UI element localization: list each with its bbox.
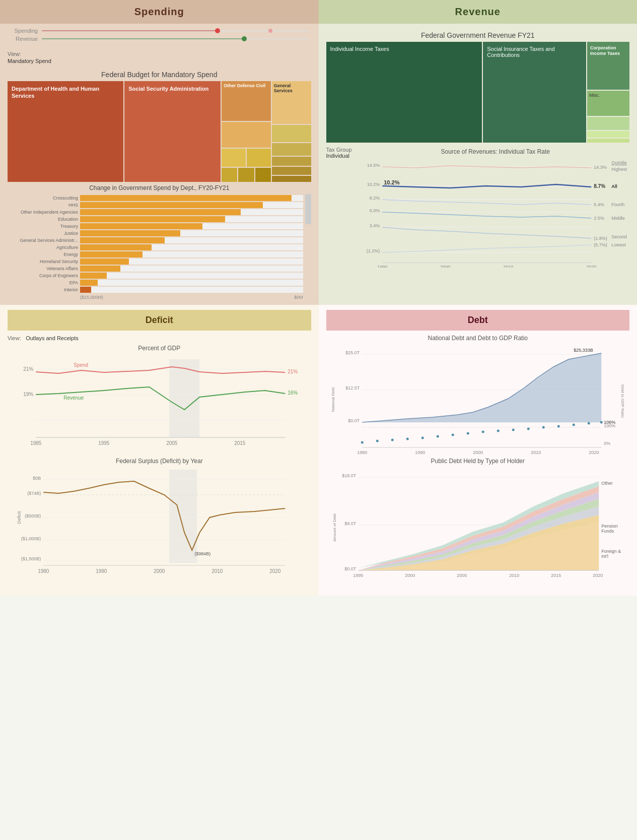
svg-text:($1,000B): ($1,000B)	[21, 536, 41, 541]
bar-agriculture: Agriculture	[8, 244, 303, 250]
line-chart-svg: 14.5% 10.2% 8.2% 6.0% 3.4% (1.2%)	[362, 157, 630, 268]
svg-text:Pension: Pension	[601, 524, 618, 529]
gdp-chart: 21% 19% Spend Revenue 21% 16% 1985	[8, 354, 311, 455]
bar-justice: Justice	[8, 230, 303, 236]
svg-point-79	[376, 440, 378, 442]
svg-text:2000: 2000	[405, 573, 415, 578]
svg-text:All: All	[611, 184, 617, 189]
svg-text:1995: 1995	[353, 573, 363, 578]
line-chart-area: 14.5% 10.2% 8.2% 6.0% 3.4% (1.2%)	[362, 157, 630, 268]
view-label: View:	[8, 51, 51, 57]
gdp-svg: 21% 19% Spend Revenue 21% 16% 1985	[8, 354, 311, 455]
svg-text:(5.7%): (5.7%)	[594, 242, 607, 247]
svg-text:Second: Second	[611, 234, 627, 239]
bar-homeland: Homeland Security	[8, 259, 303, 265]
svg-text:0%: 0%	[604, 441, 610, 446]
svg-point-78	[361, 441, 363, 444]
bar-education: Education	[8, 216, 303, 222]
svg-text:14.5%: 14.5%	[367, 163, 380, 168]
svg-text:Spend: Spend	[74, 362, 88, 368]
svg-point-90	[542, 426, 544, 429]
treemap-ssa: Social Security Administration	[124, 81, 221, 182]
gdp-chart-title: Percent of GDP	[8, 345, 311, 352]
bar-treasury: Treasury	[8, 223, 303, 229]
svg-text:(1.2%): (1.2%)	[366, 248, 380, 253]
bottom-grid: Deficit View: Outlays and Receipts Perce…	[0, 305, 637, 596]
svg-point-84	[451, 434, 454, 436]
svg-text:Lowest: Lowest	[611, 242, 626, 247]
treemap-corp: Corporation Income Taxes	[587, 42, 629, 90]
treemap-small2	[587, 131, 629, 137]
svg-text:1980: 1980	[38, 568, 49, 574]
svg-text:8.2%: 8.2%	[369, 196, 380, 201]
svg-text:($1,500B): ($1,500B)	[21, 556, 41, 561]
bar-x-left: ($15,000M)	[80, 295, 103, 300]
revenue-quadrant: Revenue Federal Government Revenue FY21 …	[319, 0, 638, 305]
svg-text:$25,333B: $25,333B	[574, 348, 593, 353]
svg-text:2005: 2005	[457, 573, 467, 578]
svg-point-89	[527, 428, 529, 430]
treemap-small1	[587, 117, 629, 131]
svg-point-92	[572, 424, 575, 426]
tax-group-panel: Tax Group Individual	[326, 147, 362, 268]
svg-text:14.3%: 14.3%	[594, 165, 607, 170]
debt-quadrant: Debt National Debt and Debt to GDP Ratio…	[319, 305, 638, 596]
treemap-other: Other Defense Civil	[222, 81, 270, 182]
bar-gsa: General Services Administr...	[8, 237, 303, 243]
svg-text:2000: 2000	[473, 450, 483, 455]
svg-text:2015: 2015	[234, 440, 246, 446]
spending-quadrant: Spending Spending Revenue	[0, 0, 319, 305]
svg-text:19%: 19%	[23, 392, 33, 397]
treemap-defense: Other Defense Civil	[222, 81, 270, 121]
revenue-track	[42, 38, 309, 39]
svg-point-81	[406, 438, 408, 440]
svg-text:21%: 21%	[288, 369, 298, 374]
svg-text:$9.0T: $9.0T	[344, 521, 357, 526]
holder-svg: Amount of Debt $18.0T $9.0T $0.0T	[326, 467, 630, 588]
svg-text:3.4%: 3.4%	[369, 223, 380, 228]
surplus-chart: $0B ($74B) ($500B) ($1,000B) ($1,500B) D…	[8, 467, 311, 578]
svg-text:2010: 2010	[211, 568, 223, 574]
bar-crosscutting: Crosscutting	[8, 195, 303, 201]
svg-text:16%: 16%	[288, 390, 298, 396]
spending-track	[42, 30, 309, 31]
svg-text:Debt to GDP Ratio: Debt to GDP Ratio	[620, 384, 625, 418]
svg-text:Other: Other	[601, 481, 613, 486]
svg-text:Quintile: Quintile	[611, 160, 627, 165]
svg-text:8.7%: 8.7%	[594, 183, 605, 189]
svg-text:Fourth: Fourth	[611, 202, 624, 207]
bar-epa: EPA	[8, 280, 303, 286]
svg-text:2020: 2020	[593, 573, 603, 578]
nat-debt-chart: National Debt $25.0T $12.5T $0.0T Debt t…	[326, 344, 630, 455]
svg-text:Deficit: Deficit	[17, 511, 22, 524]
svg-text:Funds: Funds	[601, 529, 614, 534]
svg-text:2.5%: 2.5%	[594, 216, 604, 221]
svg-text:(1.8%): (1.8%)	[594, 236, 607, 241]
bar-veterans: Veterans Affairs	[8, 266, 303, 272]
svg-text:1980: 1980	[357, 450, 367, 455]
deficit-view: View: Outlays and Receipts	[8, 333, 311, 342]
svg-point-91	[557, 425, 559, 428]
bar-interior: Interior	[8, 287, 303, 293]
svg-text:10.2%: 10.2%	[367, 182, 380, 187]
treemap-social: Social Insurance Taxes and Contributions	[483, 42, 586, 143]
nat-debt-title: National Debt and Debt to GDP Ratio	[326, 335, 630, 342]
view-value: Mandatory Spend	[8, 58, 51, 64]
svg-text:2020: 2020	[589, 450, 599, 455]
scrollbar[interactable]	[305, 194, 311, 224]
bar-chart-container: Crosscutting HHS Other Independent Agenc…	[8, 194, 311, 300]
svg-text:2020: 2020	[586, 265, 596, 268]
bar-energy: Energy	[8, 251, 303, 257]
svg-text:6.0%: 6.0%	[369, 208, 380, 213]
svg-text:National Debt: National Debt	[331, 387, 335, 412]
svg-text:Foreign &: Foreign &	[601, 549, 621, 554]
spending-chart-title: Federal Budget for Mandatory Spend	[8, 71, 311, 79]
svg-point-94	[600, 421, 602, 424]
treemap-corp-col: Corporation Income Taxes Misc.	[587, 42, 629, 143]
svg-text:Revenue: Revenue	[63, 395, 84, 401]
line-chart-title: Source of Revenues: Individual Tax Rate	[362, 148, 630, 155]
revenue-treemap: Individual Income Taxes Social Insurance…	[326, 42, 630, 143]
svg-text:2000: 2000	[154, 568, 165, 574]
svg-text:2010: 2010	[509, 573, 519, 578]
svg-text:Amount of Debt: Amount of Debt	[332, 513, 337, 541]
